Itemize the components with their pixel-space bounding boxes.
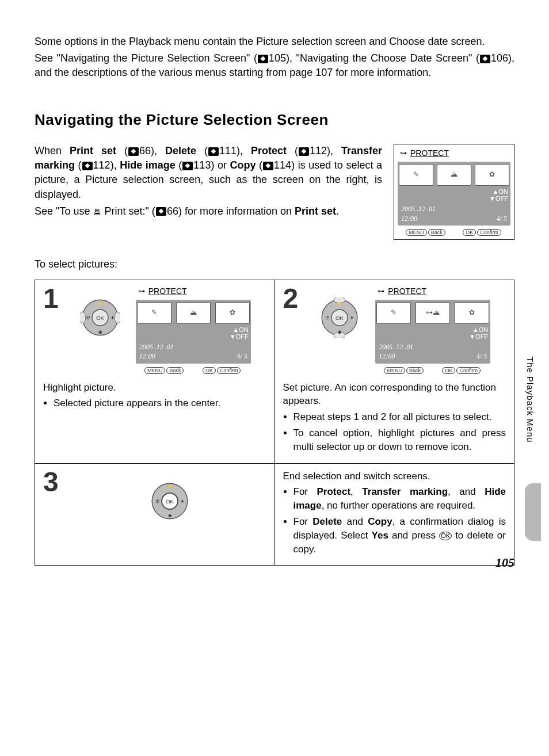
- section-heading: Navigating the Picture Selection Screen: [35, 109, 514, 130]
- term-print-set: Print set: [70, 145, 116, 156]
- screen-title: PROTECT: [148, 286, 187, 297]
- text: and: [342, 516, 368, 527]
- menu-button-label: MENU: [406, 229, 427, 236]
- steps-table: 1 OK ⚡ ❀ ⏱ ☀: [35, 280, 514, 566]
- text: , and: [448, 486, 485, 497]
- svg-text:❀: ❀: [98, 329, 102, 335]
- on-label: ▲ON: [400, 188, 508, 195]
- step-description: End selection and switch screens.: [283, 469, 506, 483]
- off-label: ▼OFF: [378, 333, 488, 340]
- svg-text:⚡: ⚡: [167, 484, 173, 491]
- date-label: 2005 .12 .01: [401, 204, 436, 214]
- time-label: 12:00: [401, 214, 436, 224]
- menu-btn: MENU: [384, 367, 405, 374]
- step-1-screen: ⊶PROTECT ✎⛰✿ ▲ON▼OFF 2005 .12 .0112:004/…: [136, 286, 251, 375]
- step-number: 3: [43, 469, 59, 494]
- text: (: [116, 145, 128, 156]
- on-label: ▲ON: [138, 326, 249, 333]
- screen-title: PROTECT: [410, 148, 449, 159]
- step-2-screen: ⊶PROTECT ✎⊶⛰✿ ▲ON▼OFF 2005 .12 .0112:004…: [375, 286, 490, 375]
- step-2-text: Set picture. An icon corresponding to th…: [283, 381, 506, 454]
- page-ref-icon: ❖: [128, 147, 139, 156]
- count-label: 4/ 5: [497, 214, 507, 224]
- page-ref-icon: ❖: [480, 55, 490, 63]
- term-delete: Delete: [165, 145, 196, 156]
- step-3-right-cell: End selection and switch screens. For Pr…: [274, 463, 514, 566]
- thumbnail: ✿: [475, 164, 509, 186]
- text: (: [196, 145, 208, 156]
- step-1-text: Highlight picture. Selected picture appe…: [43, 381, 266, 411]
- screen-title-row: ⊶ PROTECT: [398, 148, 510, 159]
- svg-text:☀: ☀: [110, 315, 114, 320]
- term-transfer-marking: Transfer marking: [362, 486, 448, 497]
- step-description: Set picture. An icon corresponding to th…: [283, 381, 506, 408]
- back-label: Back: [428, 229, 445, 236]
- to-select-label: To select pictures:: [35, 257, 514, 272]
- step-bullet: For Delete and Copy, a confirmation dial…: [293, 515, 506, 556]
- svg-text:☀: ☀: [180, 498, 184, 503]
- svg-point-4: [115, 312, 120, 323]
- text: For: [293, 516, 313, 527]
- step-bullet: To cancel option, highlight pictures and…: [293, 426, 506, 454]
- text: When: [35, 145, 70, 156]
- term-yes: Yes: [372, 530, 388, 541]
- page-ref: 106: [491, 52, 508, 64]
- screen-status-bar: 2005 .12 .01 12:00 4/ 5: [398, 203, 510, 226]
- confirm-label: Confirm: [217, 367, 241, 374]
- page-ref: 112: [93, 159, 110, 171]
- text: ,: [350, 486, 362, 497]
- text: (: [75, 159, 82, 171]
- key-icon: ⊶: [400, 148, 407, 158]
- svg-text:OK: OK: [166, 498, 174, 504]
- count-label: 4/ 5: [476, 352, 487, 361]
- svg-text:⏱: ⏱: [86, 315, 90, 320]
- step-bullet: Selected picture appears in the center.: [54, 396, 266, 410]
- menu-btn: MENU: [144, 367, 166, 374]
- ok-button-label: OK: [463, 229, 476, 236]
- multi-selector-up-down: OK ⚡ ❀ ⏱ ☀: [311, 286, 368, 338]
- step-bullet: Repeat steps 1 and 2 for all pictures to…: [293, 410, 506, 424]
- time-label: 12:00: [379, 352, 413, 361]
- text: ), "Navigating the Choose Date Screen" (: [286, 52, 479, 64]
- page-number: 105: [495, 554, 514, 572]
- term-copy: Copy: [230, 159, 256, 171]
- svg-text:☀: ☀: [350, 315, 354, 320]
- step-number: 2: [283, 286, 299, 311]
- text: ),: [237, 145, 251, 156]
- text: ),: [327, 145, 341, 156]
- step-1-cell: 1 OK ⚡ ❀ ⏱ ☀: [35, 280, 275, 463]
- text: (: [287, 145, 298, 156]
- back-label: Back: [166, 367, 184, 374]
- step-description: Highlight picture.: [43, 381, 266, 395]
- off-label: ▼OFF: [138, 333, 249, 340]
- intro-p1: Some options in the Playback menu contai…: [35, 35, 514, 49]
- selector-icon: OK ⚡ ❀ ⏱ ☀: [319, 297, 360, 338]
- screen-button-hints: MENUBack OKConfirm: [398, 228, 510, 236]
- thumbnail: ✎: [399, 164, 433, 186]
- step-bullet: For Protect, Transfer marking, and Hide …: [293, 485, 506, 513]
- svg-text:⚡: ⚡: [337, 301, 343, 307]
- selector-icon: OK ⚡ ❀ ⏱ ☀: [80, 297, 120, 338]
- text: , no further operations are required.: [322, 500, 475, 511]
- ok-btn: OK: [442, 367, 455, 374]
- screen-title: PROTECT: [388, 286, 426, 297]
- term-protect: Protect: [317, 486, 351, 497]
- term-print-set: Print set: [295, 205, 336, 217]
- page-ref: 112: [310, 145, 327, 156]
- term-hide-image: Hide image: [120, 159, 176, 171]
- page-ref: 114: [274, 159, 291, 171]
- thumbnail-selected: ⛰: [437, 164, 471, 186]
- step-number: 1: [43, 286, 59, 311]
- text: (: [176, 159, 182, 171]
- page-ref-icon: ❖: [182, 162, 193, 170]
- off-label: ▼OFF: [400, 195, 508, 202]
- side-tab-label: The Playback Menu: [524, 357, 536, 443]
- svg-text:⏱: ⏱: [325, 315, 330, 320]
- confirm-label: Confirm: [456, 367, 481, 374]
- on-off-indicator: ▲ON ▼OFF: [398, 187, 510, 203]
- page-ref: 66: [139, 145, 151, 156]
- text: and press: [388, 530, 439, 541]
- intro-p2: See "Navigating the Picture Selection Sc…: [35, 51, 514, 80]
- page-ref-icon: ❖: [208, 147, 219, 156]
- svg-text:OK: OK: [336, 314, 344, 320]
